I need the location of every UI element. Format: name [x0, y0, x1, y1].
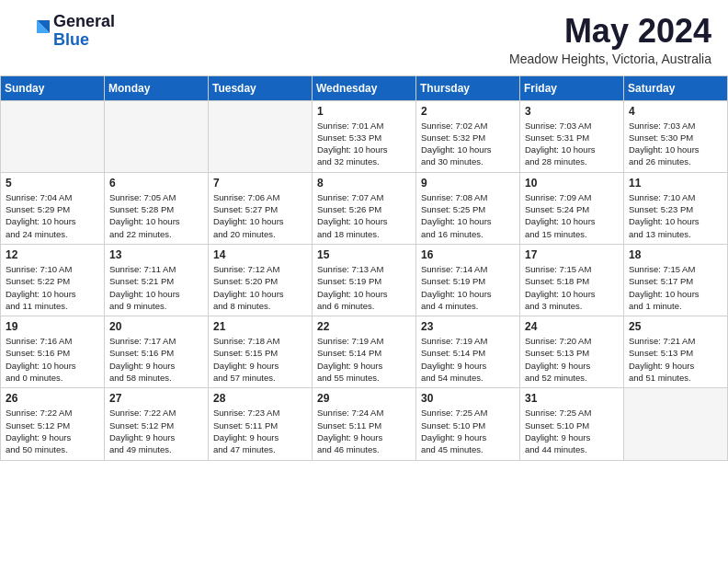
- day-number: 24: [525, 320, 619, 333]
- day-number: 26: [6, 392, 99, 405]
- day-number: 3: [525, 105, 619, 118]
- day-number: 6: [109, 177, 203, 190]
- day-info: Sunrise: 7:15 AM Sunset: 5:18 PM Dayligh…: [525, 263, 619, 312]
- day-number: 22: [317, 320, 411, 333]
- calendar-cell: 25Sunrise: 7:21 AM Sunset: 5:13 PM Dayli…: [624, 316, 728, 388]
- day-of-week-header: Friday: [520, 75, 624, 100]
- day-of-week-header: Monday: [105, 75, 209, 100]
- calendar-header-row: SundayMondayTuesdayWednesdayThursdayFrid…: [1, 75, 728, 100]
- day-number: 12: [6, 248, 99, 261]
- day-info: Sunrise: 7:13 AM Sunset: 5:19 PM Dayligh…: [317, 263, 411, 312]
- day-of-week-header: Thursday: [416, 75, 520, 100]
- day-number: 1: [317, 105, 411, 118]
- logo-icon: [17, 15, 50, 48]
- day-info: Sunrise: 7:22 AM Sunset: 5:12 PM Dayligh…: [6, 407, 99, 455]
- day-info: Sunrise: 7:03 AM Sunset: 5:30 PM Dayligh…: [629, 120, 722, 168]
- calendar-cell: 16Sunrise: 7:14 AM Sunset: 5:19 PM Dayli…: [416, 244, 520, 316]
- day-info: Sunrise: 7:17 AM Sunset: 5:16 PM Dayligh…: [109, 335, 203, 384]
- day-number: 10: [525, 177, 619, 190]
- day-info: Sunrise: 7:06 AM Sunset: 5:27 PM Dayligh…: [213, 191, 307, 240]
- calendar-cell: 6Sunrise: 7:05 AM Sunset: 5:28 PM Daylig…: [105, 172, 209, 244]
- calendar-cell: 26Sunrise: 7:22 AM Sunset: 5:12 PM Dayli…: [1, 388, 105, 460]
- day-info: Sunrise: 7:24 AM Sunset: 5:11 PM Dayligh…: [317, 407, 411, 455]
- calendar-table: SundayMondayTuesdayWednesdayThursdayFrid…: [0, 75, 728, 461]
- day-info: Sunrise: 7:07 AM Sunset: 5:26 PM Dayligh…: [317, 191, 411, 240]
- day-info: Sunrise: 7:01 AM Sunset: 5:33 PM Dayligh…: [317, 120, 411, 168]
- day-number: 27: [109, 392, 203, 405]
- logo-blue: Blue: [53, 31, 115, 50]
- calendar-cell: 18Sunrise: 7:15 AM Sunset: 5:17 PM Dayli…: [624, 244, 728, 316]
- day-info: Sunrise: 7:23 AM Sunset: 5:11 PM Dayligh…: [213, 407, 307, 455]
- calendar-week-row: 1Sunrise: 7:01 AM Sunset: 5:33 PM Daylig…: [1, 100, 728, 172]
- day-number: 8: [317, 177, 411, 190]
- calendar-cell: 21Sunrise: 7:18 AM Sunset: 5:15 PM Dayli…: [209, 316, 313, 388]
- title-area: May 2024 Meadow Heights, Victoria, Austr…: [509, 13, 711, 66]
- calendar-cell: 28Sunrise: 7:23 AM Sunset: 5:11 PM Dayli…: [209, 388, 313, 460]
- day-number: 14: [213, 248, 307, 261]
- day-number: 2: [421, 105, 515, 118]
- day-of-week-header: Tuesday: [209, 75, 313, 100]
- calendar-week-row: 5Sunrise: 7:04 AM Sunset: 5:29 PM Daylig…: [1, 172, 728, 244]
- header: General Blue May 2024 Meadow Heights, Vi…: [0, 0, 728, 72]
- calendar-cell: 27Sunrise: 7:22 AM Sunset: 5:12 PM Dayli…: [105, 388, 209, 460]
- calendar-cell: 11Sunrise: 7:10 AM Sunset: 5:23 PM Dayli…: [624, 172, 728, 244]
- day-number: 30: [421, 392, 515, 405]
- day-info: Sunrise: 7:03 AM Sunset: 5:31 PM Dayligh…: [525, 120, 619, 168]
- calendar-cell: [1, 100, 105, 172]
- day-number: 31: [525, 392, 619, 405]
- calendar-cell: 17Sunrise: 7:15 AM Sunset: 5:18 PM Dayli…: [520, 244, 624, 316]
- day-number: 5: [6, 177, 99, 190]
- calendar-cell: 15Sunrise: 7:13 AM Sunset: 5:19 PM Dayli…: [313, 244, 416, 316]
- day-info: Sunrise: 7:12 AM Sunset: 5:20 PM Dayligh…: [213, 263, 307, 312]
- calendar-cell: 9Sunrise: 7:08 AM Sunset: 5:25 PM Daylig…: [416, 172, 520, 244]
- day-info: Sunrise: 7:10 AM Sunset: 5:22 PM Dayligh…: [6, 263, 99, 312]
- calendar-cell: 23Sunrise: 7:19 AM Sunset: 5:14 PM Dayli…: [416, 316, 520, 388]
- day-info: Sunrise: 7:16 AM Sunset: 5:16 PM Dayligh…: [6, 335, 99, 384]
- day-number: 25: [629, 320, 722, 333]
- calendar-cell: [624, 388, 728, 460]
- day-number: 19: [6, 320, 99, 333]
- page: General Blue May 2024 Meadow Heights, Vi…: [0, 0, 728, 461]
- location: Meadow Heights, Victoria, Australia: [509, 52, 711, 66]
- calendar-cell: 22Sunrise: 7:19 AM Sunset: 5:14 PM Dayli…: [313, 316, 416, 388]
- day-number: 13: [109, 248, 203, 261]
- calendar-week-row: 26Sunrise: 7:22 AM Sunset: 5:12 PM Dayli…: [1, 388, 728, 460]
- calendar-cell: 13Sunrise: 7:11 AM Sunset: 5:21 PM Dayli…: [105, 244, 209, 316]
- month-year: May 2024: [509, 13, 711, 50]
- day-number: 20: [109, 320, 203, 333]
- day-number: 23: [421, 320, 515, 333]
- day-info: Sunrise: 7:25 AM Sunset: 5:10 PM Dayligh…: [525, 407, 619, 455]
- day-number: 17: [525, 248, 619, 261]
- calendar-cell: 30Sunrise: 7:25 AM Sunset: 5:10 PM Dayli…: [416, 388, 520, 460]
- calendar-cell: 4Sunrise: 7:03 AM Sunset: 5:30 PM Daylig…: [624, 100, 728, 172]
- day-info: Sunrise: 7:15 AM Sunset: 5:17 PM Dayligh…: [629, 263, 722, 312]
- day-of-week-header: Wednesday: [313, 75, 416, 100]
- calendar-cell: 20Sunrise: 7:17 AM Sunset: 5:16 PM Dayli…: [105, 316, 209, 388]
- day-info: Sunrise: 7:04 AM Sunset: 5:29 PM Dayligh…: [6, 191, 99, 240]
- day-info: Sunrise: 7:22 AM Sunset: 5:12 PM Dayligh…: [109, 407, 203, 455]
- day-info: Sunrise: 7:09 AM Sunset: 5:24 PM Dayligh…: [525, 191, 619, 240]
- day-info: Sunrise: 7:11 AM Sunset: 5:21 PM Dayligh…: [109, 263, 203, 312]
- calendar-week-row: 12Sunrise: 7:10 AM Sunset: 5:22 PM Dayli…: [1, 244, 728, 316]
- day-info: Sunrise: 7:05 AM Sunset: 5:28 PM Dayligh…: [109, 191, 203, 240]
- day-info: Sunrise: 7:10 AM Sunset: 5:23 PM Dayligh…: [629, 191, 722, 240]
- day-info: Sunrise: 7:19 AM Sunset: 5:14 PM Dayligh…: [317, 335, 411, 384]
- day-info: Sunrise: 7:08 AM Sunset: 5:25 PM Dayligh…: [421, 191, 515, 240]
- calendar-cell: 31Sunrise: 7:25 AM Sunset: 5:10 PM Dayli…: [520, 388, 624, 460]
- calendar-cell: 2Sunrise: 7:02 AM Sunset: 5:32 PM Daylig…: [416, 100, 520, 172]
- day-number: 9: [421, 177, 515, 190]
- calendar-cell: 12Sunrise: 7:10 AM Sunset: 5:22 PM Dayli…: [1, 244, 105, 316]
- day-number: 29: [317, 392, 411, 405]
- calendar-cell: 14Sunrise: 7:12 AM Sunset: 5:20 PM Dayli…: [209, 244, 313, 316]
- day-number: 4: [629, 105, 722, 118]
- calendar-week-row: 19Sunrise: 7:16 AM Sunset: 5:16 PM Dayli…: [1, 316, 728, 388]
- calendar-cell: 19Sunrise: 7:16 AM Sunset: 5:16 PM Dayli…: [1, 316, 105, 388]
- calendar-cell: 10Sunrise: 7:09 AM Sunset: 5:24 PM Dayli…: [520, 172, 624, 244]
- calendar-cell: [209, 100, 313, 172]
- day-number: 7: [213, 177, 307, 190]
- day-number: 18: [629, 248, 722, 261]
- calendar-cell: 5Sunrise: 7:04 AM Sunset: 5:29 PM Daylig…: [1, 172, 105, 244]
- day-number: 16: [421, 248, 515, 261]
- day-info: Sunrise: 7:02 AM Sunset: 5:32 PM Dayligh…: [421, 120, 515, 168]
- logo-general: General: [53, 13, 115, 31]
